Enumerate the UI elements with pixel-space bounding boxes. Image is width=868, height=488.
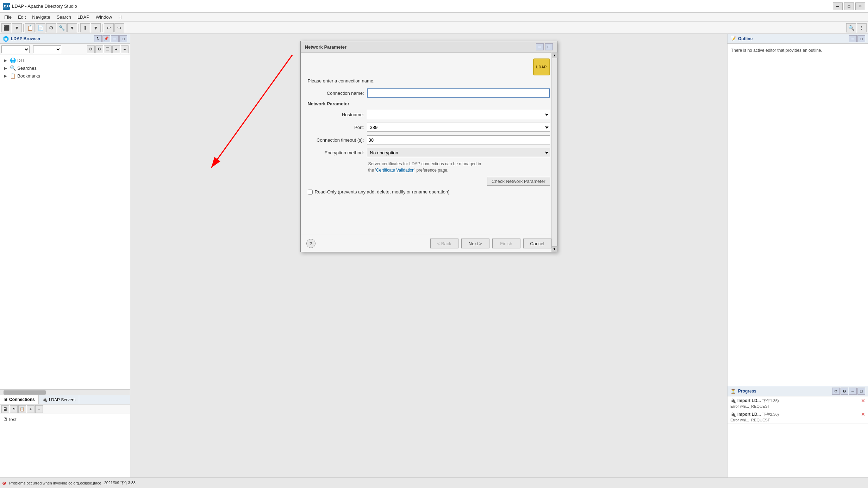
vscroll-up-btn[interactable]: ▲ bbox=[552, 52, 557, 58]
toolbar-btn-2[interactable]: ▼ bbox=[12, 23, 22, 32]
cert-note-text-2: the ' bbox=[368, 168, 376, 173]
toolbar-btn-10[interactable]: ↩ bbox=[104, 23, 114, 32]
close-button[interactable]: ✕ bbox=[855, 2, 865, 10]
panel-tool-refresh[interactable]: ↻ bbox=[94, 35, 102, 42]
toolbar-btn-9[interactable]: ▼ bbox=[91, 23, 101, 32]
maximize-button[interactable]: □ bbox=[844, 2, 854, 10]
search-button[interactable]: 🔍 bbox=[846, 23, 856, 32]
conn-copy-btn[interactable]: 📋 bbox=[18, 405, 26, 413]
ldap-dialog-icon: LDAP bbox=[533, 58, 550, 75]
port-select[interactable]: 389 636 bbox=[367, 123, 550, 132]
toolbar-btn-11[interactable]: ↪ bbox=[114, 23, 124, 32]
next-button[interactable]: Next > bbox=[461, 239, 489, 248]
toolbar-btn-5[interactable]: ⚙ bbox=[46, 23, 56, 32]
back-button[interactable]: < Back bbox=[430, 239, 458, 248]
menu-file[interactable]: File bbox=[1, 14, 14, 20]
help-button[interactable]: ? bbox=[306, 239, 316, 248]
toolbar-btn-7[interactable]: ▼ bbox=[67, 23, 77, 32]
hostname-select[interactable] bbox=[367, 110, 550, 119]
progress-item-1-icon-title: 🔌 Import LD... 下午1:35) bbox=[730, 398, 779, 403]
connections-tab-label: Connections bbox=[9, 397, 35, 402]
toolbar-btn-8[interactable]: ⬆ bbox=[80, 23, 90, 32]
connection-name-input[interactable] bbox=[367, 88, 550, 98]
toolbar-btn-6[interactable]: 🔧 bbox=[57, 23, 67, 32]
progress-panel: ⏳ Progress ⚙ ⚙ ─ □ 🔌 Import LD... bbox=[728, 386, 868, 477]
vscroll-down-btn[interactable]: ▼ bbox=[552, 246, 557, 252]
check-network-btn[interactable]: Check Network Parameter bbox=[487, 177, 550, 186]
searches-label: Searches bbox=[17, 66, 37, 71]
connection-test[interactable]: 🖥 test bbox=[1, 415, 129, 423]
tree-tool-2[interactable]: ⚙ bbox=[95, 45, 103, 53]
outline-maximize-btn[interactable]: □ bbox=[857, 35, 865, 42]
progress-minimize-btn[interactable]: ─ bbox=[849, 388, 857, 395]
progress-item-2-time: 下午2:30) bbox=[762, 412, 779, 417]
timeout-input[interactable] bbox=[367, 135, 550, 144]
tree-item-searches[interactable]: ▶ 🔍 Searches bbox=[1, 64, 129, 72]
tree-tool-5[interactable]: − bbox=[121, 45, 129, 53]
progress-item-2-icon: 🔌 bbox=[730, 412, 736, 417]
tree-area: ▶ 🌐 DIT ▶ 🔍 Searches ▶ 📋 Bookmarks bbox=[0, 55, 130, 389]
progress-icon: ⏳ bbox=[730, 389, 736, 394]
encryption-select[interactable]: No encryption Use SSL (ldaps://) Use Sta… bbox=[367, 148, 550, 157]
panel-tool-minimize[interactable]: ─ bbox=[111, 35, 119, 42]
progress-settings-btn[interactable]: ⚙ bbox=[832, 388, 840, 395]
readonly-label: Read-Only (prevents any add, delete, mod… bbox=[315, 189, 450, 194]
conn-minus-btn[interactable]: − bbox=[35, 405, 43, 413]
encryption-row: Encryption method: No encryption Use SSL… bbox=[308, 148, 550, 157]
conn-add-btn[interactable]: 🖥 bbox=[1, 405, 9, 413]
menu-window[interactable]: Window bbox=[93, 14, 115, 20]
outline-header: 📝 Outline ─ □ bbox=[728, 34, 868, 44]
tree-hscrollbar[interactable] bbox=[0, 389, 130, 395]
dialog-footer: ? < Back Next > Finish Cancel bbox=[301, 235, 557, 252]
tree-tool-3[interactable]: ☰ bbox=[104, 45, 112, 53]
outline-panel: 📝 Outline ─ □ There is no active editor … bbox=[728, 34, 868, 386]
tree-filter-select[interactable] bbox=[1, 45, 30, 53]
port-select-wrap: 389 636 ▼ bbox=[367, 123, 550, 132]
dialog-vscrollbar[interactable]: ▲ ▼ bbox=[551, 52, 557, 252]
tree-arrow-searches: ▶ bbox=[4, 66, 8, 70]
progress-header: ⏳ Progress ⚙ ⚙ ─ □ bbox=[728, 386, 868, 396]
dialog-maximize-btn[interactable]: □ bbox=[545, 43, 553, 50]
toolbar-btn-3[interactable]: 📋 bbox=[25, 23, 35, 32]
readonly-checkbox[interactable] bbox=[308, 190, 313, 194]
progress-tool-1[interactable]: ⚙ bbox=[841, 388, 848, 395]
tree-item-bookmarks[interactable]: ▶ 📋 Bookmarks bbox=[1, 72, 129, 80]
certificate-validation-link[interactable]: Certificate Validation bbox=[376, 168, 414, 173]
conn-plus-btn[interactable]: + bbox=[27, 405, 35, 413]
timeout-row: Connection timeout (s): bbox=[308, 135, 550, 144]
menu-search[interactable]: Search bbox=[54, 14, 74, 20]
menu-navigate[interactable]: Navigate bbox=[29, 14, 53, 20]
toolbar-btn-4[interactable]: 📄 bbox=[36, 23, 45, 32]
tree-tool-4[interactable]: + bbox=[112, 45, 120, 53]
tree-tool-1[interactable]: ⚙ bbox=[87, 45, 95, 53]
hostname-label: Hostname: bbox=[308, 112, 364, 117]
bookmarks-label: Bookmarks bbox=[17, 73, 40, 79]
progress-item-2-close[interactable]: ✕ bbox=[861, 412, 865, 417]
tab-connections[interactable]: 🖥 Connections bbox=[0, 395, 39, 404]
tree-scope-select[interactable] bbox=[33, 45, 61, 53]
minimize-button[interactable]: ─ bbox=[833, 2, 843, 10]
progress-item-1-close[interactable]: ✕ bbox=[861, 398, 865, 403]
progress-title: Progress bbox=[738, 389, 756, 394]
cancel-button[interactable]: Cancel bbox=[523, 239, 551, 248]
menu-help[interactable]: H bbox=[115, 14, 124, 20]
connections-toolbar: 🖥 ↻ 📋 + − bbox=[0, 404, 130, 414]
port-row: Port: 389 636 ▼ bbox=[308, 123, 550, 132]
new-connection-dialog: Network Parameter ─ □ LDAP Please enter … bbox=[300, 41, 557, 252]
conn-refresh-btn[interactable]: ↻ bbox=[10, 405, 18, 413]
menu-edit[interactable]: Edit bbox=[15, 14, 29, 20]
progress-item-2-header: 🔌 Import LD... 下午2:30) ✕ bbox=[730, 412, 865, 417]
more-button[interactable]: ⋮ bbox=[857, 23, 867, 32]
tree-arrow-dit: ▶ bbox=[4, 58, 8, 62]
tree-item-dit[interactable]: ▶ 🌐 DIT bbox=[1, 56, 129, 64]
panel-tool-pin[interactable]: 📌 bbox=[102, 35, 110, 42]
cert-note-text-1: Server certificates for LDAP connections… bbox=[368, 161, 481, 166]
outline-minimize-btn[interactable]: ─ bbox=[849, 35, 857, 42]
toolbar-btn-1[interactable]: ⬛ bbox=[1, 23, 11, 32]
dialog-minimize-btn[interactable]: ─ bbox=[536, 43, 544, 50]
finish-button[interactable]: Finish bbox=[492, 239, 520, 248]
progress-maximize-btn[interactable]: □ bbox=[857, 388, 865, 395]
tab-ldap-servers[interactable]: 🔌 LDAP Servers bbox=[39, 395, 80, 404]
menu-ldap[interactable]: LDAP bbox=[75, 14, 92, 20]
panel-tool-maximize[interactable]: □ bbox=[119, 35, 127, 42]
